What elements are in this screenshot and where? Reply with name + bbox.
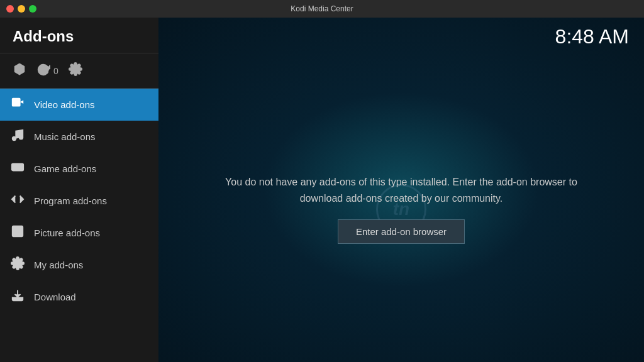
package-icon[interactable]	[13, 62, 26, 79]
window-title: Kodi Media Center	[291, 4, 353, 13]
video-icon	[10, 96, 25, 113]
empty-message: You do not have any add-ons of this type…	[213, 174, 590, 206]
sidebar-item-game[interactable]: Game add-ons	[0, 153, 158, 185]
myaddon-icon	[10, 256, 25, 273]
sidebar-item-download-label: Download	[34, 292, 76, 302]
sidebar-header: Add-ons	[0, 18, 158, 53]
main-content: 8:48 AM tn You do not have any add-ons o…	[158, 18, 644, 362]
sidebar-item-video-label: Video add-ons	[34, 99, 94, 110]
sidebar-title: Add-ons	[13, 28, 74, 45]
sidebar-item-myaddon[interactable]: My add-ons	[0, 249, 158, 281]
picture-icon	[10, 224, 25, 241]
close-button[interactable]	[6, 5, 14, 13]
sidebar-item-music[interactable]: Music add-ons	[0, 121, 158, 153]
sidebar-item-music-label: Music add-ons	[34, 131, 96, 142]
app-container: Add-ons 0	[0, 18, 644, 362]
sidebar-tools: 0	[0, 53, 158, 89]
music-icon	[10, 128, 25, 145]
settings-icon[interactable]	[69, 62, 82, 79]
maximize-button[interactable]	[29, 5, 36, 13]
refresh-group[interactable]: 0	[36, 63, 58, 79]
svg-point-12	[14, 228, 16, 230]
download-icon	[10, 288, 25, 305]
sidebar-item-video[interactable]: Video add-ons	[0, 89, 158, 121]
refresh-icon[interactable]	[36, 63, 50, 79]
sidebar-item-download[interactable]: Download	[0, 281, 158, 313]
sidebar-item-program-label: Program add-ons	[34, 195, 107, 206]
game-icon	[10, 160, 25, 177]
title-bar: Kodi Media Center	[0, 0, 644, 18]
sidebar-item-game-label: Game add-ons	[34, 163, 96, 174]
refresh-count: 0	[53, 66, 58, 76]
sidebar-item-picture[interactable]: Picture add-ons	[0, 217, 158, 249]
sidebar-item-picture-label: Picture add-ons	[34, 228, 100, 238]
svg-point-4	[13, 137, 16, 141]
main-header: 8:48 AM	[158, 18, 644, 56]
sidebar: Add-ons 0	[0, 18, 158, 362]
minimize-button[interactable]	[18, 5, 25, 13]
svg-point-5	[19, 136, 23, 140]
window-controls[interactable]	[6, 5, 36, 13]
sidebar-item-program[interactable]: Program add-ons	[0, 185, 158, 217]
time-display: 8:48 AM	[555, 25, 629, 48]
main-body: tn You do not have any add-ons of this t…	[158, 56, 644, 362]
svg-rect-2	[12, 98, 21, 107]
program-icon	[10, 192, 25, 209]
sidebar-item-myaddon-label: My add-ons	[34, 260, 83, 270]
enter-addon-browser-button[interactable]: Enter add-on browser	[338, 219, 465, 244]
nav-menu: Video add-ons Music add-ons	[0, 89, 158, 362]
svg-point-10	[21, 167, 23, 168]
